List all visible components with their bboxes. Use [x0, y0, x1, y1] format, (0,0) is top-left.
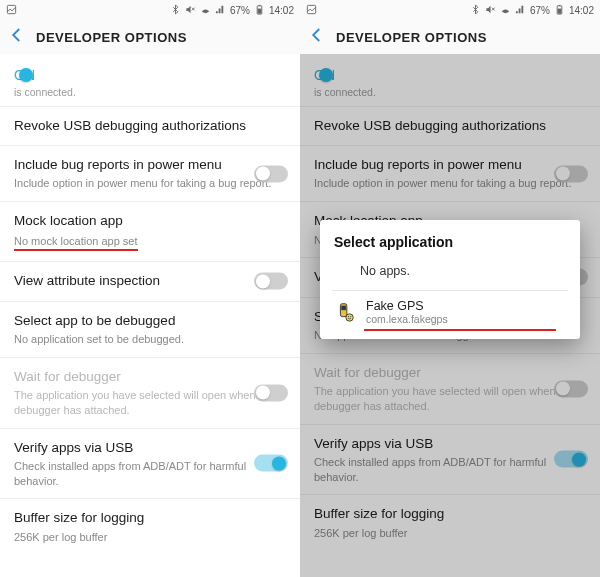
row-sub: The application you have selected will o… [314, 384, 586, 414]
row-wait-debugger: Wait for debugger The application you ha… [300, 354, 600, 425]
row-wait-debugger: Wait for debugger The application you ha… [0, 358, 300, 429]
svg-rect-4 [259, 4, 261, 5]
header-title: DEVELOPER OPTIONS [336, 30, 487, 45]
svg-rect-6 [307, 5, 315, 13]
back-button[interactable] [8, 26, 26, 48]
wait-debugger-toggle [554, 380, 588, 397]
select-application-dialog[interactable]: Select application No apps. Fake GPS com… [320, 220, 580, 339]
row-sub: Check installed apps from ADB/ADT for ha… [314, 455, 586, 485]
row-revoke-usb: Revoke USB debugging authorizations [300, 107, 600, 146]
row-mock-location[interactable]: Mock location app No mock location app s… [0, 202, 300, 262]
row-title: View attribute inspection [14, 272, 286, 290]
screen-left: 67% 14:02 DEVELOPER OPTIONS ON is connec… [0, 0, 300, 577]
row-sub: No mock location app set [14, 234, 138, 252]
row-title: Verify apps via USB [314, 435, 586, 453]
row-revoke-usb[interactable]: Revoke USB debugging authorizations [0, 107, 300, 146]
battery-percent: 67% [230, 5, 250, 16]
row-buffer-size: Buffer size for logging 256K per log buf… [300, 495, 600, 550]
bug-reports-toggle[interactable] [254, 165, 288, 182]
svg-point-15 [348, 316, 349, 317]
row-title: Revoke USB debugging authorizations [14, 117, 286, 135]
row-sub: Include option in power menu for taking … [314, 176, 586, 191]
wifi-icon [500, 4, 511, 17]
app-header: DEVELOPER OPTIONS [0, 20, 300, 54]
app-header: DEVELOPER OPTIONS [300, 20, 600, 54]
row-title: Buffer size for logging [314, 505, 586, 523]
signal-icon [215, 4, 226, 17]
clock-text: 14:02 [569, 5, 594, 16]
bluetooth-icon [170, 4, 181, 17]
gps-app-icon [334, 301, 356, 323]
row-bug-reports: Include bug reports in power menu Includ… [300, 146, 600, 202]
settings-list-left[interactable]: ON is connected. Revoke USB debugging au… [0, 54, 300, 577]
svg-rect-0 [7, 5, 15, 13]
mute-icon [185, 4, 196, 17]
row-sub: No application set to be debugged. [14, 332, 286, 347]
row-buffer-size[interactable]: Buffer size for logging 256K per log buf… [0, 499, 300, 554]
bluetooth-icon [470, 4, 481, 17]
bug-reports-toggle [554, 165, 588, 182]
status-bar: 67% 14:02 [300, 0, 600, 20]
master-toggle-sub: is connected. [300, 86, 600, 107]
row-title: Mock location app [14, 212, 286, 230]
battery-percent: 67% [530, 5, 550, 16]
row-title: Wait for debugger [314, 364, 586, 382]
svg-point-16 [350, 316, 351, 317]
verify-usb-toggle [554, 451, 588, 468]
row-sub: 256K per log buffer [14, 530, 286, 545]
row-view-attribute[interactable]: View attribute inspection [0, 262, 300, 301]
row-title: Revoke USB debugging authorizations [314, 117, 586, 135]
svg-rect-11 [558, 8, 562, 13]
dialog-no-apps-option[interactable]: No apps. [334, 260, 566, 290]
highlight-underline [364, 329, 556, 331]
app-package: com.lexa.fakegps [366, 313, 448, 325]
back-button[interactable] [308, 26, 326, 48]
status-bar: 67% 14:02 [0, 0, 300, 20]
battery-icon [554, 4, 565, 17]
row-title: Select app to be debugged [14, 312, 286, 330]
svg-point-14 [346, 314, 353, 321]
row-title: Wait for debugger [14, 368, 286, 386]
master-toggle-sub: is connected. [0, 86, 300, 107]
battery-icon [254, 4, 265, 17]
verify-usb-toggle[interactable] [254, 455, 288, 472]
picture-icon [6, 4, 17, 17]
row-verify-usb[interactable]: Verify apps via USB Check installed apps… [0, 429, 300, 500]
wifi-icon [200, 4, 211, 17]
row-sub: Check installed apps from ADB/ADT for ha… [14, 459, 286, 489]
screen-right: 67% 14:02 DEVELOPER OPTIONS ON is connec… [300, 0, 600, 577]
master-toggle-row[interactable]: ON [0, 54, 300, 86]
app-name: Fake GPS [366, 299, 448, 313]
view-attribute-toggle[interactable] [254, 273, 288, 290]
row-bug-reports[interactable]: Include bug reports in power menu Includ… [0, 146, 300, 202]
picture-icon [306, 4, 317, 17]
wait-debugger-toggle [254, 384, 288, 401]
master-toggle-row: ON [300, 54, 600, 86]
header-title: DEVELOPER OPTIONS [36, 30, 187, 45]
signal-icon [515, 4, 526, 17]
clock-text: 14:02 [269, 5, 294, 16]
row-sub: The application you have selected will o… [14, 388, 286, 418]
dialog-app-fakegps[interactable]: Fake GPS com.lexa.fakegps [334, 299, 566, 329]
dialog-title: Select application [334, 234, 566, 250]
row-title: Include bug reports in power menu [14, 156, 286, 174]
divider [332, 290, 568, 291]
row-title: Buffer size for logging [14, 509, 286, 527]
row-sub: 256K per log buffer [314, 526, 586, 541]
mute-icon [485, 4, 496, 17]
row-title: Verify apps via USB [14, 439, 286, 457]
row-select-debug-app[interactable]: Select app to be debugged No application… [0, 302, 300, 358]
row-title: Include bug reports in power menu [314, 156, 586, 174]
svg-rect-13 [341, 306, 346, 311]
row-sub: Include option in power menu for taking … [14, 176, 286, 191]
row-verify-usb: Verify apps via USB Check installed apps… [300, 425, 600, 496]
svg-rect-10 [559, 4, 561, 5]
svg-rect-5 [258, 8, 262, 13]
